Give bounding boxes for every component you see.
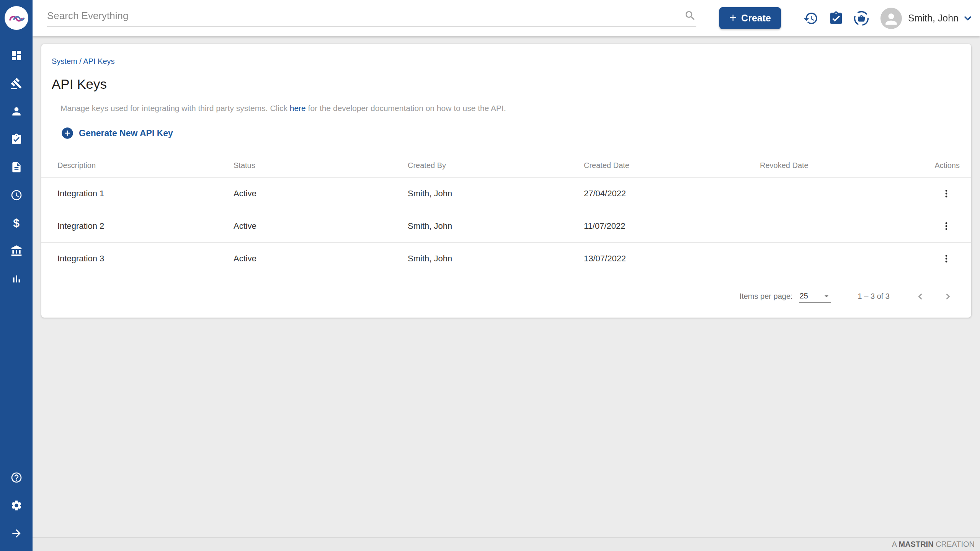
- description-text: Manage keys used for integrating with th…: [60, 104, 290, 112]
- dashboard-icon[interactable]: [10, 49, 23, 62]
- gavel-icon[interactable]: [10, 77, 23, 90]
- cell-description: Integration 3: [41, 242, 217, 275]
- items-per-page-label: Items per page:: [740, 292, 793, 301]
- sync-briefcase-icon[interactable]: [854, 11, 869, 26]
- arrow-right-icon[interactable]: [10, 527, 23, 540]
- api-keys-card: System / API Keys API Keys Manage keys u…: [41, 44, 971, 318]
- table-row: Integration 1 Active Smith, John 27/04/2…: [41, 177, 971, 210]
- avatar[interactable]: [880, 8, 902, 29]
- footer-credit: A MASTRIN CREATION: [892, 540, 975, 549]
- generate-api-key-label: Generate New API Key: [79, 128, 173, 139]
- previous-page-button[interactable]: [914, 290, 926, 303]
- brand-ribbon-icon: [6, 8, 27, 28]
- here-link[interactable]: here: [290, 104, 306, 112]
- cell-created-date: 13/07/2022: [568, 242, 744, 275]
- cell-created-date: 27/04/2022: [568, 177, 744, 210]
- dropdown-caret-icon: [822, 292, 831, 301]
- cell-description: Integration 1: [41, 177, 217, 210]
- card-head: System / API Keys API Keys Manage keys u…: [41, 44, 971, 139]
- create-button-label: Create: [741, 13, 771, 24]
- cell-status: Active: [217, 177, 392, 210]
- topbar-icons: [803, 11, 869, 26]
- cell-status: Active: [217, 210, 392, 242]
- table-row: Integration 2 Active Smith, John 11/07/2…: [41, 210, 971, 242]
- api-keys-table: Description Status Created By Created Da…: [41, 154, 971, 275]
- items-per-page-select[interactable]: 25: [799, 290, 831, 303]
- bank-icon[interactable]: [10, 245, 23, 257]
- user-menu[interactable]: Smith, John: [908, 13, 959, 24]
- cell-created-by: Smith, John: [392, 210, 568, 242]
- sidebar-nav: $: [10, 49, 23, 285]
- page-description: Manage keys used for integrating with th…: [60, 103, 955, 113]
- plus-circle-icon: [61, 127, 74, 139]
- table-header-row: Description Status Created By Created Da…: [41, 154, 971, 177]
- column-header-status: Status: [217, 154, 392, 177]
- next-page-button[interactable]: [942, 290, 954, 303]
- cell-status: Active: [217, 242, 392, 275]
- cell-created-by: Smith, John: [392, 177, 568, 210]
- search-input[interactable]: [47, 10, 684, 22]
- document-icon[interactable]: [10, 161, 23, 173]
- cell-description: Integration 2: [41, 210, 217, 242]
- column-header-revoked-date: Revoked Date: [744, 154, 920, 177]
- chevron-down-icon[interactable]: [962, 13, 973, 24]
- history-icon[interactable]: [803, 11, 818, 26]
- column-header-description: Description: [41, 154, 217, 177]
- tasks-clipboard-icon[interactable]: [828, 11, 844, 26]
- bar-chart-icon[interactable]: [10, 273, 23, 285]
- search-icon[interactable]: [684, 10, 696, 22]
- footer-brand: MASTRIN: [898, 540, 933, 548]
- table-row: Integration 3 Active Smith, John 13/07/2…: [41, 242, 971, 275]
- column-header-created-date: Created Date: [568, 154, 744, 177]
- cell-revoked-date: [744, 210, 920, 242]
- description-text: for the developer documentation on how t…: [306, 104, 506, 112]
- page-title: API Keys: [52, 77, 955, 92]
- cell-revoked-date: [744, 242, 920, 275]
- clipboard-check-icon[interactable]: [10, 133, 23, 145]
- items-per-page-value: 25: [799, 292, 808, 300]
- column-header-actions: Actions: [920, 154, 971, 177]
- dollar-icon[interactable]: $: [10, 217, 23, 229]
- settings-icon[interactable]: [10, 499, 23, 512]
- paginator: Items per page: 25 1 – 3 of 3: [41, 275, 971, 318]
- main-content: System / API Keys API Keys Manage keys u…: [33, 36, 980, 551]
- help-icon[interactable]: [10, 471, 23, 484]
- sidebar-bottom: [10, 471, 23, 540]
- page-range-label: 1 – 3 of 3: [858, 292, 890, 301]
- create-button[interactable]: + Create: [719, 7, 781, 29]
- cell-revoked-date: [744, 177, 920, 210]
- breadcrumb[interactable]: System / API Keys: [52, 57, 955, 66]
- cell-created-by: Smith, John: [392, 242, 568, 275]
- plus-icon: +: [729, 11, 737, 24]
- generate-api-key-button[interactable]: Generate New API Key: [61, 127, 173, 139]
- search-field[interactable]: [47, 5, 696, 27]
- app-logo[interactable]: [5, 6, 28, 30]
- row-actions-menu-icon[interactable]: [941, 221, 951, 231]
- sidebar: $: [0, 0, 33, 551]
- row-actions-menu-icon[interactable]: [941, 189, 951, 199]
- footer: A MASTRIN CREATION: [33, 537, 980, 551]
- clock-icon[interactable]: [10, 189, 23, 201]
- cell-created-date: 11/07/2022: [568, 210, 744, 242]
- topbar: + Create Smith, John: [33, 0, 980, 36]
- person-icon[interactable]: [10, 105, 23, 117]
- row-actions-menu-icon[interactable]: [941, 254, 951, 264]
- column-header-created-by: Created By: [392, 154, 568, 177]
